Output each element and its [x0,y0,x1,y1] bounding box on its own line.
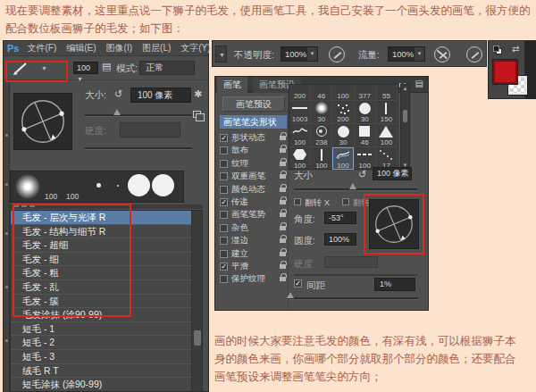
foreground-color-swatch[interactable] [493,60,517,84]
checkbox-icon[interactable] [220,224,228,232]
brush-tip-vline[interactable]: 100 [311,147,332,171]
size-slider-thumb[interactable] [349,183,356,189]
brush-tip-swirl[interactable]: 238 [311,124,332,147]
tool-preset-stub[interactable]: ▼ [215,46,227,63]
hardness-slider[interactable] [294,274,417,276]
round-brush-thumbnail[interactable] [152,174,174,196]
chevron-down-icon[interactable]: ▼ [415,47,424,61]
view-mode-icon[interactable] [29,205,35,207]
checkbox-icon[interactable] [220,172,228,180]
lock-icon[interactable] [280,174,286,179]
setting-row-build-up[interactable]: 建立 [220,247,287,260]
size-slider[interactable] [85,114,192,117]
checkbox-icon[interactable] [220,146,228,154]
setting-row-shape-dynamics[interactable]: 形状动态 [220,131,287,144]
preset-item[interactable]: 短毛涂抹 (涂90-99) [11,378,192,391]
lock-icon[interactable] [280,252,286,256]
setting-row-dual-brush[interactable]: 双重画笔 [220,170,287,182]
view-mode-icon[interactable] [13,205,19,207]
spacing-slider[interactable] [289,297,418,300]
gear-icon[interactable]: ✱ [194,88,202,100]
flow-input[interactable]: 100% ▼ [388,46,425,62]
flip-x-checkbox[interactable] [294,198,301,205]
scroll-up-icon[interactable]: ▲ [401,85,409,92]
brush-tip-specks[interactable]: 200 [332,101,354,124]
checkbox-icon[interactable] [220,237,228,245]
size-input[interactable]: 100 像素 [373,167,412,180]
roundness-input[interactable]: 100% [324,233,356,246]
preset-item[interactable]: 毛发涂抹 (涂90-99) [11,308,192,322]
spacing-slider-thumb[interactable] [287,292,294,298]
brush-size-dropdown[interactable]: 100 ▼ [73,62,98,74]
size-input[interactable]: 100 像素 [130,88,191,103]
scrollbar-thumb[interactable] [194,330,201,346]
setting-row-protect-texture[interactable]: 保护纹理 [220,272,287,285]
checkbox-icon[interactable] [220,275,228,283]
round-brush-thumbnail[interactable] [128,174,150,196]
preset-item[interactable]: 毛发 - 簇 [11,295,192,309]
preset-list-scrollbar[interactable] [191,211,202,391]
lock-icon[interactable] [280,188,286,192]
preset-item[interactable]: 短毛 - 3 [11,350,192,364]
setting-row-noise[interactable]: 杂色 [220,221,287,234]
setting-row-transfer[interactable]: 传递 [220,196,287,208]
hardness-slider[interactable] [85,147,192,150]
menu-file[interactable]: 文件(F) [27,42,56,54]
pressure-opacity-icon[interactable] [434,46,450,63]
lock-icon[interactable] [280,277,286,281]
brush-tip-soft-round[interactable]: 30 [311,101,332,124]
preset-item[interactable]: 绒毛 R T [11,364,192,379]
opacity-input[interactable]: 100% ▼ [281,46,318,62]
brush-tip-hline[interactable]: 1003 [289,101,311,124]
preset-item[interactable]: 毛发 - 层次与光泽 R [11,211,192,225]
brush-tip-cell[interactable]: 55 [376,85,398,101]
panel-menu-icon[interactable]: ▤ [415,79,423,88]
checkbox-icon[interactable] [220,186,228,194]
menu-edit[interactable]: 编辑(E) [66,42,96,54]
chevron-down-icon[interactable]: ▼ [307,47,317,61]
lock-icon[interactable] [280,226,286,230]
preset-item[interactable]: 短毛 - 1 [11,322,192,337]
checkbox-icon[interactable] [220,250,228,258]
preset-item[interactable]: 毛发 - 结构与细节 R [11,225,192,239]
setting-row-wet-edges[interactable]: 湿边 [220,234,287,246]
flip-y-checkbox[interactable] [342,198,349,205]
preset-item[interactable]: 毛发 - 超细 [11,238,192,253]
spacing-checkbox-checked-icon[interactable] [294,279,302,288]
spacing-input[interactable]: 1% [374,278,415,291]
tiny-brush-thumbnail[interactable] [117,185,119,187]
lock-icon[interactable] [280,213,286,217]
pressure-size-icon[interactable] [466,46,482,63]
brush-tip-hard-round[interactable]: 30 [332,124,354,147]
angle-input[interactable]: -53° [324,212,356,224]
brush-tip-cell[interactable]: 100 [332,85,354,101]
brush-tool-button[interactable]: ▼ [11,61,59,77]
setting-row-texture[interactable]: 纹理 [220,157,287,170]
checkbox-checked-icon[interactable] [220,198,228,206]
preset-item[interactable]: 短毛 - 2 [11,336,192,350]
brush-tip-square[interactable]: 46 [355,124,376,147]
preset-item[interactable]: 毛发 - 细 [11,253,192,267]
checkbox-checked-icon[interactable] [220,263,228,271]
default-colors-icon[interactable] [493,46,499,52]
soft-brush-thumbnail[interactable] [15,174,40,199]
lock-icon[interactable] [280,238,286,243]
menu-image[interactable]: 图像(I) [106,42,132,54]
reset-undo-icon[interactable]: ↺ [114,88,122,100]
brush-tip-vline[interactable]: 150 [376,101,398,124]
lock-icon[interactable] [280,148,286,153]
brush-panel-toggle-icon[interactable]: ▤ [102,61,111,72]
small-brush-thumbnail[interactable] [96,183,101,188]
brush-tip-hair-selected[interactable]: 100 [332,147,354,171]
setting-row-brush-pose[interactable]: 画笔笔势 [220,208,287,221]
scrollbar-thumb[interactable] [403,110,407,122]
lock-icon[interactable] [280,264,286,269]
setting-row-scattering[interactable]: 散布 [220,144,287,156]
lock-icon[interactable] [280,200,286,204]
setting-row-smoothing[interactable]: 平滑 [220,260,287,272]
brush-tip-shape-item[interactable]: 画笔笔尖形状 [220,115,287,129]
brush-tip-triangle[interactable]: 100 [376,124,398,147]
airbrush-icon[interactable] [329,46,345,63]
setting-row-color-dynamics[interactable]: 颜色动态 [220,183,287,196]
swap-colors-icon[interactable]: ⇄ [512,44,519,54]
